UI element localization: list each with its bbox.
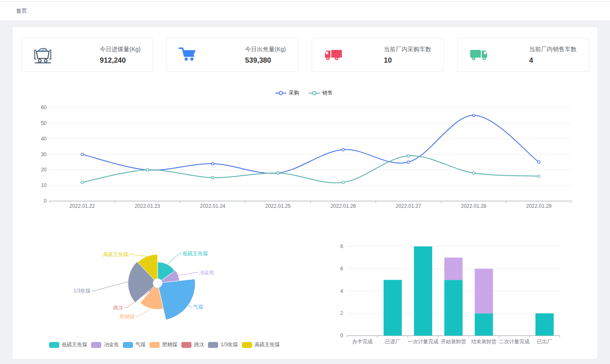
legend-swatch [242, 342, 252, 348]
legend-label: 肥精煤 [162, 341, 177, 348]
y-axis-label: 10 [41, 182, 47, 188]
stat-card-sales-trucks: 当前厂内销售车数 4 [457, 38, 589, 72]
pie-label-line [178, 273, 198, 275]
dashboard-panel: 今日进煤量(Kg) 912,240 今日出焦量(Kg) 539,380 [13, 27, 597, 359]
pie-legend-item-5[interactable]: 1/3焦煤 [208, 341, 238, 348]
data-point[interactable] [277, 172, 279, 174]
x-axis-label: 2022.01.25 [265, 203, 291, 209]
pie-legend-item-4[interactable]: 跳汰 [181, 341, 204, 348]
stat-value: 4 [529, 56, 533, 65]
bar-segment[interactable] [444, 280, 463, 336]
bar-segment[interactable] [475, 313, 493, 336]
pie-label: 跳汰 [113, 305, 123, 311]
x-axis-label: 2022.01.27 [396, 203, 421, 209]
legend-swatch [91, 342, 101, 348]
x-axis-label: 办卡完成 [352, 339, 372, 345]
stat-value: 10 [384, 56, 392, 65]
legend-label: 销售 [322, 89, 333, 97]
bar-segment[interactable] [444, 258, 463, 280]
y-axis-label: 20 [41, 167, 47, 173]
data-point[interactable] [538, 161, 540, 163]
legend-swatch [150, 342, 160, 348]
data-point[interactable] [342, 181, 344, 184]
pie-legend-item-6[interactable]: 高硫主焦煤 [242, 341, 280, 348]
pie-label-line [129, 254, 147, 256]
pie-legend-item-2[interactable]: 气煤 [123, 341, 146, 348]
data-point[interactable] [211, 176, 214, 179]
stat-label: 今日进煤量(Kg) [100, 46, 141, 53]
pie-legend-item-3[interactable]: 肥精煤 [150, 341, 177, 348]
x-axis-label: 2022.01.22 [69, 203, 95, 209]
series-line-0 [82, 116, 539, 174]
stat-card-coke-out: 今日出焦量(Kg) 539,380 [166, 38, 298, 72]
legend-item-0[interactable]: 采购 [275, 89, 299, 97]
x-axis-label: 2022.01.23 [135, 203, 160, 209]
bar-segment[interactable] [384, 280, 402, 336]
stat-cards-row: 今日进煤量(Kg) 912,240 今日出焦量(Kg) 539,380 [21, 38, 589, 72]
pie-legend-item-1[interactable]: 冶金焦 [91, 341, 119, 348]
y-axis-label: 8 [340, 243, 343, 249]
stat-text: 今日进煤量(Kg) 912,240 [100, 46, 141, 65]
truck-sales-icon [468, 45, 490, 65]
x-axis-label: 2022.01.26 [330, 203, 356, 209]
x-axis-label: 2022.01.28 [461, 203, 486, 209]
x-axis-label: 开始装卸货 [441, 339, 466, 345]
stat-value: 912,240 [100, 56, 126, 65]
data-point[interactable] [211, 163, 214, 165]
x-axis-label: 一次计量完成 [408, 339, 438, 345]
stat-label: 当前厂内销售车数 [529, 46, 577, 53]
legend-marker [308, 90, 320, 96]
pie-label-line [136, 309, 151, 317]
y-axis-label: 2 [340, 310, 343, 316]
breadcrumb[interactable]: 首页 [16, 7, 27, 15]
page-content: 今日进煤量(Kg) 912,240 今日出焦量(Kg) 539,380 [0, 20, 610, 364]
pie-slice-2[interactable] [158, 279, 195, 320]
data-point[interactable] [472, 114, 475, 117]
x-axis-label: 结束装卸货 [471, 339, 496, 345]
legend-label: 低硫主焦煤 [62, 341, 87, 348]
bar-segment[interactable] [535, 313, 554, 336]
stat-label: 当前厂内采购车数 [384, 46, 431, 53]
legend-label: 1/3焦煤 [221, 341, 238, 348]
pie-label-line [188, 305, 192, 307]
stat-text: 当前厂内采购车数 10 [384, 46, 431, 65]
x-axis-label: 已出厂 [537, 339, 552, 345]
data-point[interactable] [81, 153, 83, 156]
data-point[interactable] [472, 172, 475, 174]
pie-label: 气煤 [193, 304, 203, 310]
vehicle-status-bar-chart: 02468办卡完成已进厂一次计量完成开始装卸货结束装卸货二次计量完成已出厂 [330, 235, 601, 353]
pie-label: 冶金焦 [199, 270, 214, 276]
legend-label: 采购 [289, 89, 299, 97]
data-point[interactable] [342, 149, 344, 151]
y-axis-label: 40 [41, 136, 47, 142]
stat-text: 今日出焦量(Kg) 539,380 [245, 46, 286, 65]
legend-label: 跳汰 [194, 341, 204, 348]
stat-card-purchase-trucks: 当前厂内采购车数 10 [312, 38, 444, 72]
x-axis-label: 已进厂 [385, 339, 400, 345]
pie-legend-item-0[interactable]: 低硫主焦煤 [49, 341, 87, 348]
stat-value: 539,380 [245, 56, 271, 65]
stat-label: 今日出焦量(Kg) [245, 46, 286, 53]
bar-segment[interactable] [414, 246, 432, 336]
x-axis-label: 二次计量完成 [499, 339, 530, 345]
pie-label: 低硫主焦煤 [183, 251, 208, 256]
data-point[interactable] [146, 168, 149, 171]
shopping-cart-icon [177, 45, 199, 65]
data-point[interactable] [407, 161, 410, 163]
legend-swatch [181, 342, 191, 348]
legend-label: 高硫主焦煤 [255, 341, 280, 348]
pie-label: 1/3焦煤 [73, 288, 91, 294]
legend-swatch [123, 342, 133, 348]
data-point[interactable] [538, 175, 540, 177]
y-axis-label: 6 [340, 266, 343, 272]
truck-purchase-icon [322, 45, 344, 65]
data-point[interactable] [407, 154, 410, 157]
bar-segment[interactable] [475, 269, 493, 313]
y-axis-label: 50 [41, 120, 47, 126]
data-point[interactable] [81, 181, 83, 184]
legend-item-1[interactable]: 销售 [308, 89, 333, 97]
y-axis-label: 0 [340, 333, 343, 339]
y-axis-label: 30 [41, 152, 47, 157]
y-axis-label: 60 [41, 105, 47, 110]
legend-label: 冶金焦 [104, 341, 119, 348]
